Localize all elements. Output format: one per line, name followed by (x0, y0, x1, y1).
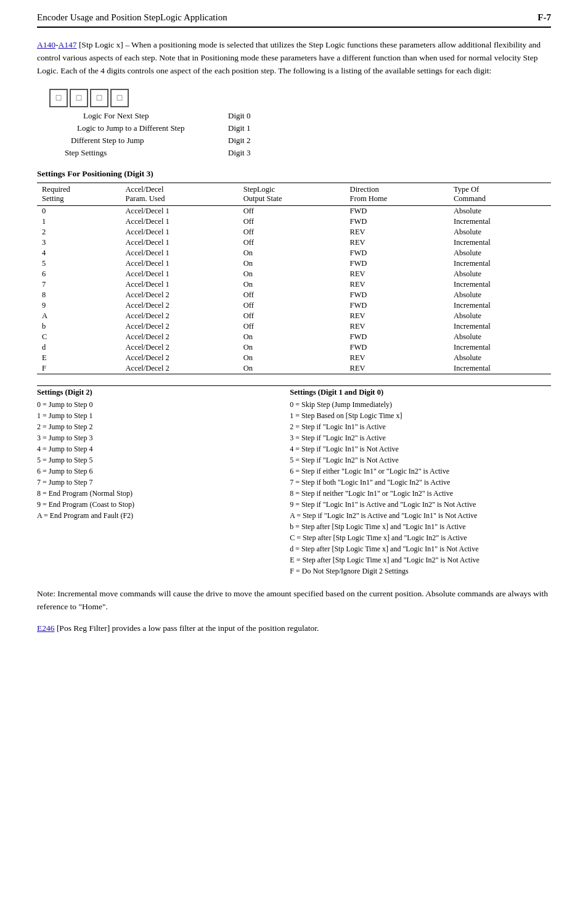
table-cell-13-3: FWD (345, 342, 449, 353)
list-item: 7 = Step if both "Logic In1" and "Logic … (290, 477, 551, 488)
digit10-heading: Settings (Digit 1 and Digit 0) (290, 388, 551, 397)
header-page: F-7 (537, 12, 551, 23)
digit-labels-container: Logic For Next Step Digit 0 Logic to Jum… (55, 110, 551, 159)
list-item: 5 = Jump to Step 5 (37, 454, 277, 466)
digit-label-1-text: Logic to Jump to a Different Step (55, 122, 203, 134)
digit-label-0-text: Logic For Next Step (55, 110, 203, 122)
table-cell-0-0: 0 (37, 205, 121, 216)
digit-label-2-text: Different Step to Jump (55, 134, 203, 147)
table-cell-11-4: Incremental (449, 321, 551, 332)
table-cell-4-1: Accel/Decel 1 (121, 248, 239, 258)
table-cell-13-2: On (239, 342, 345, 353)
table-cell-6-0: 6 (37, 269, 121, 279)
digit-label-2-digit: Digit 2 (203, 134, 250, 147)
table-row: EAccel/Decel 2OnREVAbsolute (37, 353, 551, 363)
list-item: 4 = Step if "Logic In1" is Not Active (290, 443, 551, 454)
table-row: dAccel/Decel 2OnFWDIncremental (37, 342, 551, 353)
digit10-section: Settings (Digit 1 and Digit 0) 0 = Skip … (284, 385, 551, 577)
table-cell-14-0: E (37, 353, 121, 363)
list-item: 4 = Jump to Step 4 (37, 443, 277, 454)
digit-label-row-0: Logic For Next Step Digit 0 (55, 110, 250, 122)
col-direction: DirectionFrom Home (345, 183, 449, 205)
table-cell-1-1: Accel/Decel 1 (121, 216, 239, 227)
table-row: 4Accel/Decel 1OnFWDAbsolute (37, 248, 551, 258)
table-cell-11-2: Off (239, 321, 345, 332)
table-cell-4-4: Absolute (449, 248, 551, 258)
table-cell-14-2: On (239, 353, 345, 363)
footer-body: [Pos Reg Filter] provides a low pass fil… (55, 623, 319, 633)
list-item: 8 = Step if neither "Logic In1" or "Logi… (290, 488, 551, 499)
table-cell-0-2: Off (239, 205, 345, 216)
link-a140[interactable]: A140 (37, 40, 55, 49)
table-row: 0Accel/Decel 1OffFWDAbsolute (37, 205, 551, 216)
table-row: 9Accel/Decel 2OffFWDIncremental (37, 300, 551, 311)
link-e246[interactable]: E246 (37, 623, 55, 633)
list-item: C = Step after [Stp Logic Time x] and "L… (290, 532, 551, 543)
digit2-section: Settings (Digit 2) 0 = Jump to Step 01 =… (37, 385, 284, 577)
table-cell-9-0: 9 (37, 300, 121, 311)
table-cell-2-1: Accel/Decel 1 (121, 227, 239, 237)
table-cell-6-4: Absolute (449, 269, 551, 279)
digit-box-0: □ (110, 89, 129, 107)
list-item: 1 = Step Based on [Stp Logic Time x] (290, 410, 551, 421)
list-item: 0 = Skip Step (Jump Immediately) (290, 399, 551, 410)
table-cell-7-2: On (239, 279, 345, 290)
digit-labels-table: Logic For Next Step Digit 0 Logic to Jum… (55, 110, 250, 159)
table-cell-5-2: On (239, 258, 345, 269)
table-cell-5-3: FWD (345, 258, 449, 269)
digit-label-0-digit: Digit 0 (203, 110, 250, 122)
table-cell-5-0: 5 (37, 258, 121, 269)
table-cell-11-0: b (37, 321, 121, 332)
col-required-setting: RequiredSetting (37, 183, 121, 205)
table-cell-0-3: FWD (345, 205, 449, 216)
table-cell-9-1: Accel/Decel 2 (121, 300, 239, 311)
digit-label-row-2: Different Step to Jump Digit 2 (55, 134, 250, 147)
table-cell-5-1: Accel/Decel 1 (121, 258, 239, 269)
list-item: 0 = Jump to Step 0 (37, 399, 277, 410)
table-cell-9-2: Off (239, 300, 345, 311)
table-cell-4-3: FWD (345, 248, 449, 258)
list-item: 8 = End Program (Normal Stop) (37, 488, 277, 499)
table-cell-5-4: Incremental (449, 258, 551, 269)
table-cell-15-1: Accel/Decel 2 (121, 363, 239, 374)
table-cell-8-2: Off (239, 290, 345, 300)
table-cell-9-3: FWD (345, 300, 449, 311)
list-item: F = Do Not Step/Ignore Digit 2 Settings (290, 565, 551, 577)
list-item: 3 = Jump to Step 3 (37, 432, 277, 443)
digit10-list: 0 = Skip Step (Jump Immediately)1 = Step… (290, 399, 551, 577)
digit-boxes-row: □ □ □ □ (49, 89, 551, 107)
list-item: 9 = Step if "Logic In1" is Active and "L… (290, 499, 551, 510)
table-cell-13-1: Accel/Decel 2 (121, 342, 239, 353)
col-steplogic: StepLogicOutput State (239, 183, 345, 205)
table-cell-0-4: Absolute (449, 205, 551, 216)
link-a147[interactable]: A147 (59, 40, 77, 49)
digit-box-1: □ (90, 89, 108, 107)
note-text: Note: Incremental move commands will cau… (37, 588, 551, 614)
positioning-table: RequiredSetting Accel/DecelParam. Used S… (37, 183, 551, 374)
table-cell-14-3: REV (345, 353, 449, 363)
table-header-row: RequiredSetting Accel/DecelParam. Used S… (37, 183, 551, 205)
table-cell-8-0: 8 (37, 290, 121, 300)
table-cell-6-1: Accel/Decel 1 (121, 269, 239, 279)
table-cell-15-4: Incremental (449, 363, 551, 374)
footer-text: E246 [Pos Reg Filter] provides a low pas… (37, 622, 551, 635)
table-cell-1-0: 1 (37, 216, 121, 227)
table-cell-3-4: Incremental (449, 237, 551, 248)
digit2-heading: Settings (Digit 2) (37, 388, 277, 397)
table-row: CAccel/Decel 2OnFWDAbsolute (37, 332, 551, 342)
table-row: 6Accel/Decel 1OnREVAbsolute (37, 269, 551, 279)
table-cell-10-3: REV (345, 311, 449, 321)
list-item: 2 = Jump to Step 2 (37, 421, 277, 432)
table-cell-14-1: Accel/Decel 2 (121, 353, 239, 363)
table-cell-3-2: Off (239, 237, 345, 248)
table-cell-11-3: REV (345, 321, 449, 332)
table-cell-0-1: Accel/Decel 1 (121, 205, 239, 216)
table-cell-10-0: A (37, 311, 121, 321)
list-item: 1 = Jump to Step 1 (37, 410, 277, 421)
table-cell-2-2: Off (239, 227, 345, 237)
table-row: 1Accel/Decel 1OffFWDIncremental (37, 216, 551, 227)
table-cell-15-0: F (37, 363, 121, 374)
table-row: 7Accel/Decel 1OnREVIncremental (37, 279, 551, 290)
intro-text-body: [Stp Logic x] – When a positioning mode … (37, 40, 541, 75)
table-cell-2-0: 2 (37, 227, 121, 237)
